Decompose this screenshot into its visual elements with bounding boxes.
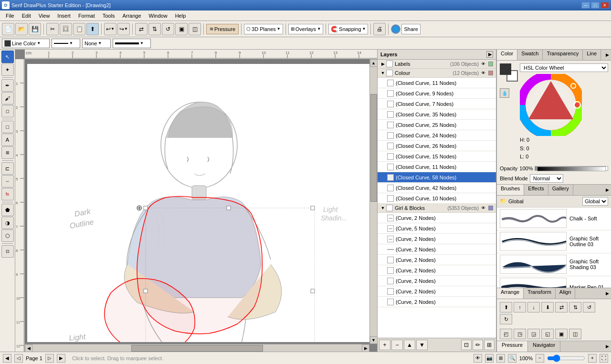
tab-pressure[interactable]: Pressure bbox=[497, 341, 528, 352]
grid-toggle[interactable]: ⊞ bbox=[496, 354, 505, 363]
titlebar-controls[interactable]: ─ □ ✕ bbox=[581, 2, 609, 9]
tab-arrange[interactable]: Arrange bbox=[497, 288, 524, 299]
open-button[interactable]: 📂 bbox=[15, 23, 28, 35]
paste-button[interactable]: 📋 bbox=[73, 23, 85, 35]
girl-expand[interactable]: ▼ bbox=[379, 205, 386, 211]
brushes-panel-expand[interactable]: ▶ bbox=[603, 185, 611, 195]
hsl-type-dropdown[interactable]: HSL Color Wheel bbox=[520, 63, 608, 72]
curve-2n-2[interactable]: —(Curve, 2 Nodes) bbox=[378, 234, 496, 244]
shape-tool[interactable]: □ bbox=[1, 121, 14, 133]
prev-page-button[interactable]: ◀ bbox=[3, 354, 11, 363]
layers-menu-button[interactable]: ▶ bbox=[486, 51, 493, 58]
brush-marker-pen[interactable]: Marker Pen 01 bbox=[497, 276, 611, 288]
curve-5n[interactable]: —(Curve, 5 Nodes) bbox=[378, 223, 496, 234]
layer-item-cc24n[interactable]: (Closed Curve, 24 Nodes) bbox=[378, 130, 496, 141]
align-br[interactable]: ◲ bbox=[527, 329, 540, 339]
paintbrush-tool[interactable]: 🖌 bbox=[1, 92, 14, 104]
opacity-slider[interactable] bbox=[535, 166, 608, 171]
menu-help[interactable]: Help bbox=[171, 12, 190, 20]
tab-color[interactable]: Color bbox=[497, 50, 517, 60]
snapping-button[interactable]: 🧲 Snapping ▼ bbox=[328, 24, 368, 34]
layer-item-cc26n[interactable]: (Closed Curve, 26 Nodes) bbox=[378, 141, 496, 151]
copy-button[interactable]: ⿴ bbox=[60, 23, 72, 35]
brush-graphic-outline[interactable]: Graphic Soft Outline 03 bbox=[497, 230, 611, 253]
scroll-down[interactable]: ▼ bbox=[370, 336, 378, 344]
eraser-tool[interactable]: ◻ bbox=[1, 105, 14, 117]
line-width-dropdown[interactable]: ▼ bbox=[113, 39, 151, 48]
full-screen-button[interactable]: ⛶ bbox=[600, 354, 608, 363]
tab-gallery[interactable]: Gallery bbox=[548, 185, 573, 195]
scroll-up[interactable]: ▲ bbox=[370, 59, 378, 67]
line-style-dropdown[interactable]: ▼ bbox=[52, 39, 80, 48]
arrange-panel-expand[interactable]: ▶ bbox=[603, 288, 611, 299]
layer-options-1[interactable]: ⊡ bbox=[461, 340, 472, 350]
tab-effects[interactable]: Effects bbox=[524, 185, 548, 195]
layer-item-cc35n[interactable]: (Closed Curve, 35 Nodes) bbox=[378, 109, 496, 120]
rotate-right-arrange[interactable]: ↻ bbox=[500, 314, 512, 324]
labels-expand[interactable]: ▶ bbox=[379, 61, 386, 67]
3dplanes-button[interactable]: ⬡ 3D Planes ▼ bbox=[244, 24, 283, 34]
redo-button[interactable]: ↪▼ bbox=[117, 23, 130, 35]
new-button[interactable]: 📄 bbox=[2, 23, 14, 35]
close-button[interactable]: ✕ bbox=[600, 2, 609, 9]
group-button[interactable]: ▣ bbox=[175, 23, 188, 35]
scroll-left[interactable]: ◀ bbox=[25, 344, 32, 352]
dimension-tool[interactable]: ↔ bbox=[1, 175, 14, 187]
layer-item-cc9n[interactable]: (Closed Curve, 9 Nodes) bbox=[378, 88, 496, 99]
hscroll-track[interactable] bbox=[32, 344, 362, 352]
rotate-l-button[interactable]: ↺ bbox=[162, 23, 174, 35]
colour-vis[interactable]: 👁 bbox=[480, 70, 486, 76]
h-scrollbar[interactable]: ◀ ▶ bbox=[25, 344, 369, 352]
colour-expand[interactable]: ▼ bbox=[379, 70, 386, 76]
flip-h-arrange[interactable]: ⇄ bbox=[555, 302, 568, 312]
layer-item-cc11n[interactable]: (Closed Curve, 11 Nodes) bbox=[378, 78, 496, 88]
share-button[interactable]: Share bbox=[401, 24, 420, 34]
curve-2n-7[interactable]: (Curve, 2 Nodes) bbox=[378, 286, 496, 297]
menu-window[interactable]: Window bbox=[145, 12, 171, 20]
curve-2n-1[interactable]: —(Curve, 2 Nodes) bbox=[378, 213, 496, 223]
tab-navigator[interactable]: Navigator bbox=[528, 341, 560, 352]
layer-item-cc10n[interactable]: (Closed Curve, 10 Nodes) bbox=[378, 193, 496, 204]
layer-group-girl[interactable]: ▼ Girl & Blocks (5353 Objects) 👁 bbox=[378, 204, 496, 213]
tab-line[interactable]: Line bbox=[583, 50, 601, 60]
zoom-in-button[interactable]: + bbox=[588, 354, 597, 363]
fg-color-swatch[interactable] bbox=[500, 63, 511, 75]
bring-forward-button[interactable]: ↑ bbox=[514, 302, 526, 312]
prev-page-button2[interactable]: ◁ bbox=[14, 354, 23, 363]
snap-toggle[interactable]: 📷 bbox=[485, 354, 494, 363]
layer-options-2[interactable]: ✏ bbox=[473, 340, 483, 350]
curve-2n-8[interactable]: (Curve, 2 Nodes) bbox=[378, 297, 496, 307]
next-page-button2[interactable]: ▶ bbox=[57, 354, 65, 363]
brush-group-select[interactable]: Global bbox=[582, 197, 608, 206]
group-arrange[interactable]: ▣ bbox=[555, 329, 568, 339]
delete-layer-button[interactable]: − bbox=[391, 340, 403, 350]
ungroup-arrange[interactable]: ◫ bbox=[569, 329, 581, 339]
layer-item-cc25n[interactable]: (Closed Curve, 25 Nodes) bbox=[378, 120, 496, 130]
menu-edit[interactable]: Edit bbox=[18, 12, 35, 20]
print-button[interactable]: 🖨 bbox=[373, 23, 386, 35]
transparency-tool[interactable]: ◑ bbox=[1, 217, 14, 229]
menu-insert[interactable]: Insert bbox=[53, 12, 74, 20]
web-button[interactable]: 🌐 bbox=[391, 24, 400, 34]
layer-item-cc58n[interactable]: (Closed Curve, 58 Nodes) bbox=[378, 172, 496, 183]
v-scrollbar[interactable]: ▲ ▼ bbox=[369, 59, 377, 344]
blend-mode-select[interactable]: Normal bbox=[530, 174, 563, 183]
layer-item-cc15n[interactable]: (Closed Curve, 15 Nodes) bbox=[378, 151, 496, 162]
menu-file[interactable]: File bbox=[2, 12, 18, 20]
curve-2n-6[interactable]: (Curve, 2 Nodes) bbox=[378, 276, 496, 286]
flip-v-arrange[interactable]: ⇅ bbox=[569, 302, 581, 312]
add-layer-button[interactable]: + bbox=[379, 340, 390, 350]
export-button[interactable]: ⬆ bbox=[86, 23, 99, 35]
flip-h-button[interactable]: ⇄ bbox=[135, 23, 147, 35]
next-page-button[interactable]: ▷ bbox=[45, 354, 54, 363]
flip-v-button[interactable]: ⇅ bbox=[148, 23, 161, 35]
text-tool[interactable]: A bbox=[1, 134, 14, 146]
tab-brushes[interactable]: Brushes bbox=[497, 185, 524, 195]
pen-tool[interactable]: ✒ bbox=[1, 79, 14, 92]
girl-vis[interactable]: 👁 bbox=[480, 205, 486, 211]
menu-format[interactable]: Format bbox=[74, 12, 99, 20]
fx-tool[interactable]: fx bbox=[1, 188, 14, 200]
pressure-button[interactable]: ≋ Pressure bbox=[206, 24, 239, 34]
maximize-button[interactable]: □ bbox=[591, 2, 600, 9]
bring-front-button[interactable]: ⬆ bbox=[500, 302, 512, 312]
